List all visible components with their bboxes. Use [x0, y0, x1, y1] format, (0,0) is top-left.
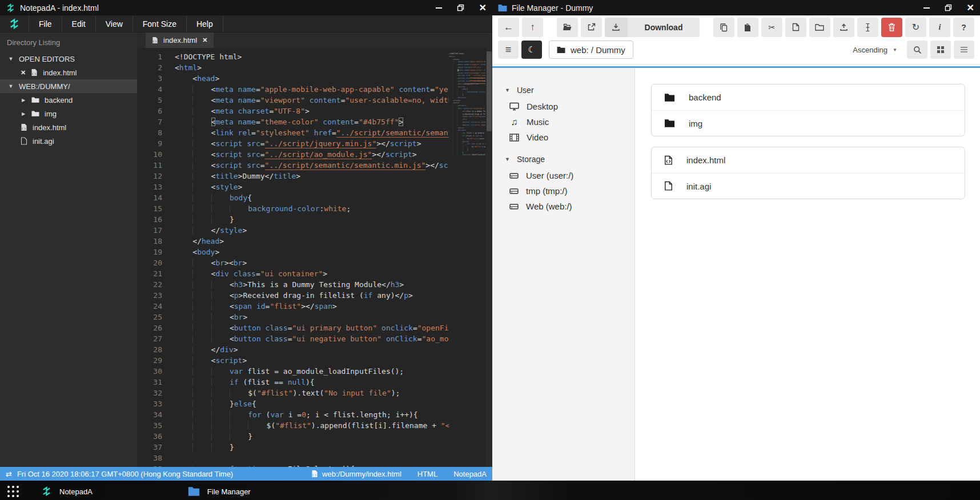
paste-button[interactable] [737, 18, 758, 37]
menu-help[interactable]: Help [187, 15, 223, 32]
code-line[interactable]: 21 <div class="ui container"> [137, 268, 449, 279]
cut-button[interactable]: ✂ [761, 18, 782, 37]
delete-button[interactable] [881, 18, 902, 37]
code-line[interactable]: 37 } [137, 442, 449, 453]
sidebar-item-web-drive[interactable]: Web (web:/) [492, 199, 634, 214]
code-line[interactable]: 13 <style> [137, 182, 449, 192]
list-view-button[interactable] [954, 41, 974, 59]
sidebar-item-video[interactable]: Video [492, 130, 634, 145]
up-button[interactable]: ↑ [522, 18, 543, 37]
code-line[interactable]: 27 <button class="ui negative button" on… [137, 333, 449, 344]
file-row-init-agi[interactable]: init.agi [652, 173, 965, 199]
code-line[interactable]: 15 background-color:white; [137, 203, 449, 214]
code-line[interactable]: 26 <button class="ui primary button" onc… [137, 322, 449, 333]
code-line[interactable]: 3 <head> [137, 73, 449, 84]
close-file-icon[interactable]: ✕ [21, 69, 26, 76]
breadcrumb[interactable]: web: / Dummy [549, 41, 633, 59]
code-line[interactable]: 10 <script src="../script/ao_module.js">… [137, 149, 449, 160]
taskbar-item-notepada[interactable]: NotepadA [26, 483, 107, 500]
code-line[interactable]: 31 if (flist == null){ [137, 377, 449, 388]
code-line[interactable]: 23 <p>Received drag-in filelist (if any)… [137, 290, 449, 301]
open-external-button[interactable] [581, 18, 602, 37]
menu-edit[interactable]: Edit [62, 15, 96, 32]
code-line[interactable]: 14 body{ [137, 192, 449, 203]
upload-button[interactable] [833, 18, 854, 37]
app-launcher-button[interactable] [0, 483, 26, 500]
sort-order-dropdown[interactable]: Ascending ▼ [853, 46, 897, 54]
tree-open-editors[interactable]: ▼ OPEN EDITORS [0, 52, 137, 66]
close-button[interactable]: ✕ [479, 3, 487, 13]
code-line[interactable]: 1<!DOCTYPE html> [137, 51, 449, 62]
code-line[interactable]: 9 <script src="../script/jquery.min.js">… [137, 138, 449, 149]
sidebar-section-storage[interactable]: ▼ Storage [492, 151, 634, 168]
scrollbar-thumb[interactable] [487, 51, 492, 131]
tree-item-img[interactable]: ▶ img [0, 107, 137, 120]
code-line[interactable]: 28 </div> [137, 344, 449, 355]
tree-item-init-agi[interactable]: init.agi [0, 134, 137, 148]
new-folder-button[interactable] [809, 18, 830, 37]
notepada-titlebar[interactable]: NotepadA - index.html ✕ [0, 0, 492, 15]
taskbar-item-file-manager[interactable]: File Manager [173, 483, 266, 500]
menu-view[interactable]: View [96, 15, 133, 32]
code-line[interactable]: 22 <h3>This is a Dummy Testing Module</h… [137, 279, 449, 290]
tree-root-web-dummy[interactable]: ▼ WEB:/DUMMY/ [0, 79, 137, 93]
code-line[interactable]: 34 for (var i =0; i < flist.length; i++)… [137, 409, 449, 420]
code-line[interactable]: 7 <meta name="theme-color" content="#4b7… [137, 116, 449, 127]
code-editor[interactable]: 1<!DOCTYPE html>2<html>3 <head>4 <meta n… [137, 48, 492, 467]
code-line[interactable]: 2<html> [137, 62, 449, 73]
file-manager-titlebar[interactable]: File Manager - Dummy ✕ [492, 0, 980, 15]
info-button[interactable]: i [929, 18, 950, 37]
code-line[interactable]: 33 }else{ [137, 398, 449, 409]
code-line[interactable]: 18 </head> [137, 236, 449, 247]
code-line[interactable]: 32 $("#flist").text("No input file"); [137, 388, 449, 398]
sidebar-item-desktop[interactable]: Desktop [492, 99, 634, 114]
code-line[interactable]: 30 var flist = ao_module_loadInputFiles(… [137, 366, 449, 377]
editor-scrollbar[interactable] [486, 48, 492, 467]
menu-file[interactable]: File [29, 15, 62, 32]
code-line[interactable]: 19 <body> [137, 247, 449, 257]
open-button[interactable] [557, 18, 578, 37]
minimap[interactable]: <!DOCTYPE html><html> <head> <meta name=… [449, 53, 485, 467]
copy-button[interactable] [713, 18, 734, 37]
code-line[interactable]: 8 <link rel="stylesheet" href="../script… [137, 127, 449, 138]
sidebar-item-user-drive[interactable]: User (user:/) [492, 168, 634, 183]
grid-view-button[interactable] [930, 41, 951, 59]
code-area[interactable]: 1<!DOCTYPE html>2<html>3 <head>4 <meta n… [137, 51, 449, 467]
download-button[interactable]: Download [605, 18, 700, 37]
tab-close-icon[interactable]: ✕ [202, 37, 207, 44]
code-line[interactable]: 38 [137, 453, 449, 463]
restore-button[interactable] [945, 4, 952, 11]
open-editor-index-html[interactable]: ✕ index.html [0, 66, 137, 79]
code-line[interactable]: 39 function openFileSelector(){ [137, 463, 449, 467]
tree-item-index-html[interactable]: index.html [0, 120, 137, 134]
file-row-backend[interactable]: backend [652, 84, 965, 110]
file-row-index-html[interactable]: index.html [652, 147, 965, 173]
rename-button[interactable] [857, 18, 878, 37]
code-line[interactable]: 35 $("#flist").append(flist[i].filename … [137, 420, 449, 431]
tab-index-html[interactable]: index.html ✕ [146, 33, 214, 48]
search-button[interactable] [907, 41, 927, 59]
sidebar-section-user[interactable]: ▼ User [492, 82, 634, 99]
code-line[interactable]: 5 <meta name="viewport" content="user-sc… [137, 95, 449, 106]
menu-button[interactable]: ≡ [498, 41, 519, 59]
tree-item-backend[interactable]: ▶ backend [0, 93, 137, 107]
code-line[interactable]: 24 <span id="flist"></span> [137, 301, 449, 312]
sidebar-item-tmp-drive[interactable]: tmp (tmp:/) [492, 183, 634, 199]
refresh-button[interactable]: ↻ [905, 18, 926, 37]
code-line[interactable]: 11 <script src="../script/semantic/seman… [137, 160, 449, 171]
code-line[interactable]: 17 </style> [137, 225, 449, 236]
code-line[interactable]: 25 <br> [137, 312, 449, 322]
minimize-button[interactable] [923, 7, 930, 9]
code-line[interactable]: 29 <script> [137, 355, 449, 366]
code-line[interactable]: 12 <title>Dummy</title> [137, 171, 449, 182]
code-line[interactable]: 36 } [137, 431, 449, 442]
menu-font-size[interactable]: Font Size [133, 15, 187, 32]
close-button[interactable]: ✕ [967, 3, 974, 13]
back-button[interactable]: ← [498, 18, 519, 37]
code-line[interactable]: 6 <meta charset="UTF-8"> [137, 106, 449, 116]
file-row-img[interactable]: img [652, 110, 965, 136]
help-button[interactable]: ? [953, 18, 974, 37]
new-file-button[interactable] [785, 18, 806, 37]
code-line[interactable]: 20 <br><br> [137, 257, 449, 268]
code-line[interactable]: 4 <meta name="apple-mobile-web-app-capab… [137, 84, 449, 95]
